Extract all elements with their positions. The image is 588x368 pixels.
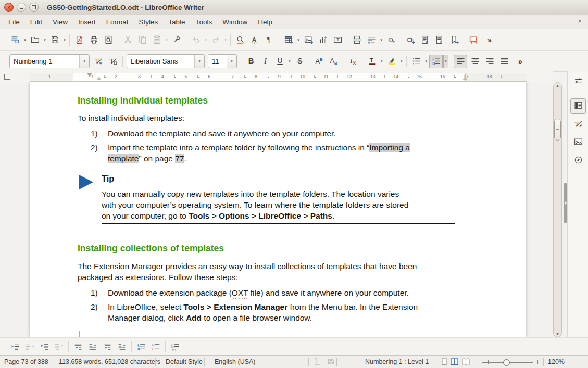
format-toolbar-handle[interactable] bbox=[3, 56, 5, 67]
new-style-button[interactable]: T bbox=[106, 55, 120, 68]
find-and-replace-button[interactable] bbox=[233, 33, 247, 47]
page-count-status[interactable]: Page 73 of 388 bbox=[4, 356, 48, 368]
list-level-status[interactable]: Numbering 1 : Level 1 bbox=[365, 356, 429, 368]
zoom-slider-knob[interactable] bbox=[503, 359, 510, 366]
insert-comment-button[interactable] bbox=[467, 33, 480, 47]
language-status[interactable]: English (USA) bbox=[215, 356, 256, 368]
insert-page-break-button[interactable] bbox=[350, 33, 364, 47]
redo-button[interactable] bbox=[209, 33, 222, 47]
open-file-dropdown[interactable]: ▾ bbox=[42, 33, 47, 47]
insert-footnote-button[interactable]: 1 bbox=[418, 33, 432, 47]
document-area[interactable]: Installing individual templates To insta… bbox=[0, 82, 553, 337]
scroll-down-arrow-icon[interactable]: ▼ bbox=[552, 332, 563, 336]
demote-with-subpoints-button[interactable] bbox=[37, 340, 51, 353]
styles-deck-button[interactable]: T bbox=[570, 117, 586, 132]
copy-button[interactable] bbox=[135, 33, 149, 47]
menu-table[interactable]: Table bbox=[163, 16, 190, 29]
undo-button[interactable] bbox=[189, 33, 203, 47]
insert-bookmark-button[interactable] bbox=[447, 33, 461, 47]
menu-format[interactable]: Format bbox=[101, 16, 134, 29]
clear-formatting-button[interactable]: I bbox=[346, 55, 359, 68]
open-file-button[interactable] bbox=[28, 33, 42, 47]
spelling-button[interactable]: A bbox=[248, 33, 261, 47]
paste-button[interactable] bbox=[150, 33, 164, 47]
strikethrough-button[interactable]: S bbox=[293, 55, 306, 68]
move-up-button[interactable] bbox=[86, 340, 99, 353]
insert-table-dropdown[interactable]: ▾ bbox=[296, 33, 301, 47]
menu-edit[interactable]: Edit bbox=[25, 16, 47, 29]
new-document-dropdown[interactable]: ▾ bbox=[22, 33, 28, 47]
promote-one-level-button[interactable] bbox=[23, 340, 36, 353]
highlight-color-dropdown[interactable]: ▾ bbox=[399, 55, 404, 68]
bullets-and-numbering-dialog-button[interactable]: III bbox=[168, 340, 182, 353]
paste-dropdown[interactable]: ▾ bbox=[164, 33, 169, 47]
close-document-button[interactable]: × bbox=[576, 17, 584, 25]
insert-field-dropdown[interactable]: ▾ bbox=[379, 33, 384, 47]
justify-button[interactable] bbox=[497, 55, 511, 68]
menu-styles[interactable]: Styles bbox=[134, 16, 164, 29]
titlebar[interactable]: × GS50-GettingStartedLO.odt - LibreOffic… bbox=[0, 0, 588, 15]
menu-view[interactable]: View bbox=[47, 16, 73, 29]
zoom-level-status[interactable]: 120% bbox=[548, 356, 565, 368]
close-window-button[interactable]: × bbox=[4, 3, 14, 12]
bold-button[interactable]: B bbox=[244, 55, 257, 68]
update-style-button[interactable]: T bbox=[92, 55, 105, 68]
print-preview-button[interactable] bbox=[102, 33, 115, 47]
properties-deck-button[interactable] bbox=[570, 98, 586, 114]
align-right-button[interactable] bbox=[483, 55, 496, 68]
scroll-up-arrow-icon[interactable]: ▲ bbox=[552, 84, 563, 87]
underline-button[interactable]: U bbox=[273, 55, 286, 68]
menu-window[interactable]: Window bbox=[217, 16, 253, 29]
menu-help[interactable]: Help bbox=[253, 16, 278, 29]
word-count-status[interactable]: 113,658 words, 651,028 characters bbox=[59, 356, 160, 368]
demote-one-level-button[interactable] bbox=[8, 340, 22, 353]
print-button[interactable] bbox=[87, 33, 101, 47]
multi-page-view-icon[interactable] bbox=[450, 358, 459, 367]
font-name-dropdown[interactable]: ▾ bbox=[194, 55, 204, 68]
superscript-button[interactable]: AB bbox=[312, 55, 326, 68]
font-size-dropdown[interactable]: ▾ bbox=[227, 55, 236, 68]
gallery-deck-button[interactable] bbox=[570, 135, 586, 150]
save-button[interactable] bbox=[48, 33, 61, 47]
cut-button[interactable] bbox=[121, 33, 134, 47]
selection-mode-icon[interactable] bbox=[312, 358, 320, 367]
vertical-scrollbar[interactable]: ▲ ▼ bbox=[552, 82, 563, 337]
font-name-combobox[interactable]: Liberation Sans▾ bbox=[127, 54, 205, 68]
align-left-button[interactable] bbox=[454, 55, 467, 68]
underline-dropdown[interactable]: ▾ bbox=[287, 55, 292, 68]
more-tools-button[interactable]: » bbox=[481, 33, 498, 47]
move-down-button[interactable] bbox=[71, 340, 85, 353]
bullets-toolbar-handle[interactable] bbox=[3, 341, 5, 352]
insert-chart-button[interactable] bbox=[316, 33, 330, 47]
insert-cross-reference-button[interactable] bbox=[404, 33, 417, 47]
page-number-field[interactable]: 77 bbox=[175, 154, 184, 163]
font-color-button[interactable]: T bbox=[365, 55, 379, 68]
navigator-deck-button[interactable] bbox=[570, 153, 586, 169]
main-toolbar-handle[interactable] bbox=[3, 35, 5, 45]
zoom-out-button[interactable]: − bbox=[473, 356, 477, 368]
menu-insert[interactable]: Insert bbox=[73, 16, 101, 29]
subscript-button[interactable]: AB bbox=[327, 55, 340, 68]
horizontal-ruler[interactable]: 1123456789101112131415161718 bbox=[0, 71, 553, 82]
document-page[interactable]: Installing individual templates To insta… bbox=[30, 82, 526, 337]
align-center-button[interactable] bbox=[468, 55, 482, 68]
formatting-marks-button[interactable]: ¶ bbox=[262, 33, 276, 47]
sidebar-splitter[interactable] bbox=[564, 82, 567, 337]
more-commands-button[interactable]: » bbox=[512, 55, 529, 68]
restart-numbering-button[interactable]: III bbox=[149, 340, 162, 353]
tab-stop-type-selector[interactable] bbox=[4, 74, 10, 80]
numbered-list-dropdown[interactable]: ▾ bbox=[443, 55, 448, 68]
move-up-with-subpoints-button[interactable] bbox=[115, 340, 129, 353]
highlight-color-button[interactable] bbox=[385, 55, 398, 68]
undo-dropdown[interactable]: ▾ bbox=[203, 33, 208, 47]
menu-tools[interactable]: Tools bbox=[191, 16, 218, 29]
document-modified-icon[interactable] bbox=[327, 358, 335, 367]
clone-formatting-button[interactable] bbox=[170, 33, 183, 47]
zoom-in-button[interactable]: + bbox=[535, 356, 540, 368]
single-page-view-icon[interactable] bbox=[440, 358, 448, 367]
promote-with-subpoints-button[interactable] bbox=[52, 340, 66, 353]
bullet-list-button[interactable] bbox=[409, 55, 423, 68]
menu-file[interactable]: File bbox=[3, 16, 25, 29]
insert-field-button[interactable] bbox=[365, 33, 378, 47]
insert-text-box-button[interactable]: T bbox=[331, 33, 344, 47]
